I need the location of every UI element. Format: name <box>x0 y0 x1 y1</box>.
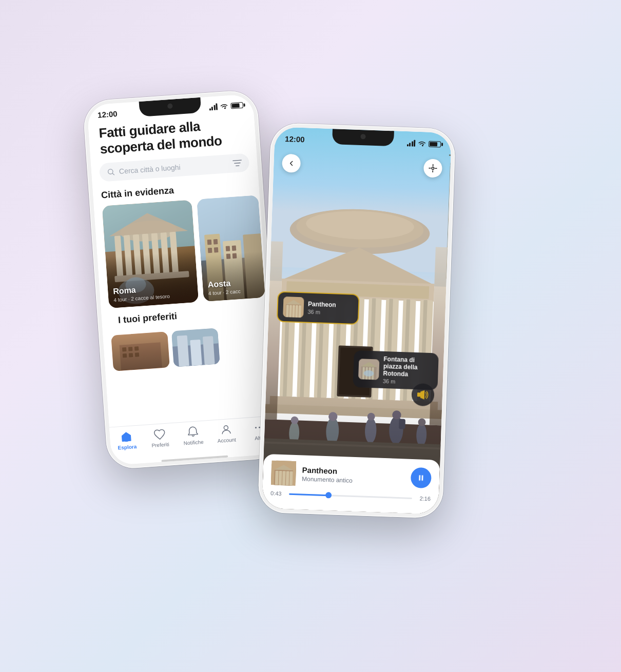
tab-preferiti[interactable]: Preferiti <box>143 427 177 449</box>
svg-rect-43 <box>190 340 202 366</box>
camera-left <box>167 103 173 109</box>
svg-rect-124 <box>286 471 289 485</box>
tab-esplora[interactable]: Esplora <box>109 429 144 451</box>
favorites-row <box>111 325 263 371</box>
favorites-section: I tuoi preferiti <box>101 298 271 372</box>
svg-rect-122 <box>279 471 282 485</box>
progress-thumb[interactable] <box>325 492 332 498</box>
svg-rect-127 <box>422 475 423 481</box>
tab-label-preferiti: Preferiti <box>151 442 169 448</box>
audio-widget: Pantheon Monumento antico 0:43 <box>262 454 440 515</box>
tab-icon-preferiti <box>153 428 166 441</box>
pause-button[interactable] <box>411 467 432 488</box>
svg-rect-22 <box>208 248 212 253</box>
ar-card-thumb-fontana <box>358 359 379 380</box>
wifi-icon <box>220 103 228 109</box>
svg-rect-44 <box>203 336 215 365</box>
cities-row: Roma 4 tour · 2 cacce al tesoro <box>94 195 267 309</box>
tab-icon-notifiche <box>186 425 200 439</box>
audio-thumb <box>271 460 297 486</box>
svg-rect-39 <box>111 332 170 372</box>
phone-left-screen: 12:00 <box>87 94 278 466</box>
svg-rect-121 <box>275 471 279 485</box>
fav-card-1[interactable] <box>111 332 170 372</box>
svg-rect-108 <box>298 305 301 318</box>
svg-rect-23 <box>214 247 219 253</box>
tab-bar: Esplora Preferiti <box>109 416 278 461</box>
progress-fill <box>289 493 328 496</box>
tab-account[interactable]: Account <box>209 423 243 444</box>
svg-rect-25 <box>226 246 230 252</box>
city-card-aosta[interactable]: Aosta 4 tour · 2 cacc <box>197 195 265 302</box>
search-placeholder: Cerca città o luoghi <box>119 160 229 176</box>
svg-rect-117 <box>417 392 420 397</box>
signal-icon <box>209 104 218 110</box>
svg-rect-107 <box>295 305 298 318</box>
signal-icon-right <box>406 140 415 147</box>
time-current: 0:43 <box>270 490 285 497</box>
svg-rect-126 <box>419 475 420 481</box>
svg-point-46 <box>224 425 228 430</box>
ar-card-thumb-pantheon <box>283 297 304 318</box>
svg-point-100 <box>432 167 434 170</box>
battery-icon-right <box>429 141 441 147</box>
audio-header: Pantheon Monumento antico <box>271 460 432 490</box>
ar-card-pantheon[interactable]: Pantheon 36 m <box>277 291 360 325</box>
phone-right-screen: 12:00 <box>262 127 452 515</box>
phone-left: 12:00 <box>82 89 282 470</box>
svg-rect-106 <box>292 305 295 318</box>
tab-label-notifiche: Notifiche <box>183 439 204 446</box>
time-left: 12:00 <box>98 109 118 120</box>
city-card-roma[interactable]: Roma 4 tour · 2 cacce al tesoro <box>102 200 199 309</box>
right-screen: 12:00 <box>262 127 452 515</box>
time-right: 12:00 <box>285 134 305 144</box>
svg-rect-20 <box>207 240 212 245</box>
ar-card-distance-pantheon: 36 m <box>307 309 353 317</box>
tab-label-esplora: Esplora <box>118 444 137 451</box>
svg-line-2 <box>234 163 240 164</box>
ar-card-name-fontana: Fontana di piazza della Rotonda <box>383 355 433 379</box>
tab-icon-account <box>220 423 233 437</box>
tab-label-account: Account <box>217 437 236 443</box>
tab-notifiche[interactable]: Notifiche <box>176 425 210 446</box>
ar-card-info-pantheon: Pantheon 36 m <box>307 301 353 317</box>
progress-container: 0:43 2:16 <box>270 490 431 502</box>
svg-rect-42 <box>177 335 189 367</box>
svg-point-47 <box>255 427 256 428</box>
phone-right: 12:00 <box>258 123 456 519</box>
svg-rect-26 <box>232 246 237 251</box>
tab-icon-esplora <box>120 430 133 444</box>
wifi-icon-right <box>418 140 426 147</box>
fav-card-2[interactable] <box>171 328 220 367</box>
left-screen: 12:00 <box>87 94 278 466</box>
svg-line-1 <box>232 160 241 161</box>
search-icon <box>107 168 115 176</box>
svg-rect-45 <box>125 437 129 441</box>
fav-illustration-2 <box>171 328 220 367</box>
svg-rect-104 <box>286 305 289 317</box>
svg-rect-125 <box>289 471 293 486</box>
filter-icon[interactable] <box>232 160 242 167</box>
svg-rect-123 <box>282 471 286 485</box>
ar-card-name-pantheon: Pantheon <box>308 301 353 309</box>
battery-icon <box>230 102 243 109</box>
audio-info: Pantheon Monumento antico <box>302 465 405 486</box>
status-icons-left <box>209 102 243 110</box>
svg-rect-21 <box>214 239 218 245</box>
fav-illustration-1 <box>111 332 170 372</box>
time-total: 2:16 <box>416 495 431 502</box>
progress-track[interactable] <box>289 493 412 499</box>
ar-card-info-fontana: Fontana di piazza della Rotonda 36 m <box>383 355 434 386</box>
hero-title: Fatti guidare alla scoperta del mondo <box>99 115 246 157</box>
phones-container: 12:00 <box>80 54 541 618</box>
status-icons-right <box>406 140 441 147</box>
svg-point-48 <box>258 427 260 428</box>
svg-rect-105 <box>289 305 292 317</box>
